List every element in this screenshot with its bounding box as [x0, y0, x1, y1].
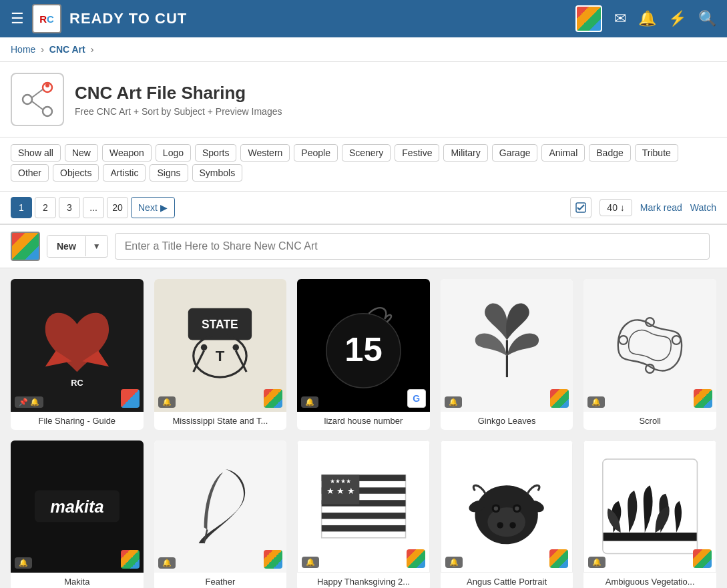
search-icon[interactable]: 🔍	[698, 10, 716, 27]
new-dropdown-btn[interactable]: ▼	[85, 236, 107, 256]
page-1-btn[interactable]: 1	[11, 197, 32, 218]
grid-thumb-4: 🔔	[441, 279, 573, 412]
filter-artistic[interactable]: Artistic	[103, 164, 146, 182]
bell-icon[interactable]: 🔔	[638, 10, 656, 27]
new-button[interactable]: New	[47, 236, 85, 257]
grid-item-vegetation[interactable]: 🔔 Ambiguous Vegetatio...	[583, 440, 716, 588]
grid-thumb-10: 🔔	[583, 440, 716, 573]
grid-label-2: Mississippi State and T...	[154, 412, 287, 430]
grid-item-mississippi[interactable]: STATE T 🔔 Mississippi State and T...	[154, 279, 287, 430]
svg-point-5	[45, 83, 49, 87]
grid-section: RC 📌 🔔 File Sharing - Guide STATE T	[0, 268, 727, 588]
svg-text:15: 15	[344, 330, 383, 368]
scroll-svg	[597, 292, 703, 398]
filter-logo[interactable]: Logo	[156, 144, 191, 162]
page-2-btn[interactable]: 2	[35, 197, 56, 218]
page-3-btn[interactable]: 3	[59, 197, 80, 218]
makita-svg: makita	[24, 453, 130, 559]
filter-new[interactable]: New	[65, 144, 98, 162]
filter-symbols[interactable]: Symbols	[192, 164, 243, 182]
filter-western[interactable]: Western	[240, 144, 290, 162]
user-avatar[interactable]	[575, 5, 602, 32]
page-ellipsis-btn[interactable]: ...	[83, 197, 104, 218]
grid-thumb-9: 🔔	[441, 440, 573, 573]
angus-svg	[454, 454, 559, 559]
bell-badge-4: 🔔	[445, 396, 462, 408]
page-20-btn[interactable]: 20	[107, 197, 128, 218]
bell-badge-7: 🔔	[158, 557, 176, 569]
filter-badge[interactable]: Badge	[589, 144, 630, 162]
site-name: Ready To Cut	[69, 10, 187, 27]
thumb-overlay-10: 🔔	[588, 557, 605, 568]
filter-show-all[interactable]: Show all	[11, 144, 61, 162]
pagination-right: 40 ↓ Mark read Watch	[570, 197, 716, 218]
grid-item-lizard[interactable]: 15 🔔 G lizard house number	[297, 279, 430, 430]
header-right: ✉ 🔔 ⚡ 🔍	[575, 5, 716, 32]
filter-objects[interactable]: Objects	[53, 164, 99, 182]
svg-point-37	[510, 522, 516, 528]
grid-thumb-8: ★ ★ ★ ★★★★ 🔔	[297, 440, 430, 573]
check-icon	[575, 202, 586, 213]
pagination-row: 1 2 3 ... 20 Next ▶ 40 ↓ Mark read Watch	[0, 192, 727, 225]
filter-garage[interactable]: Garage	[492, 144, 538, 162]
filter-other[interactable]: Other	[11, 164, 49, 182]
svg-point-0	[23, 95, 32, 104]
image-grid: RC 📌 🔔 File Sharing - Guide STATE T	[11, 279, 716, 588]
next-page-btn[interactable]: Next ▶	[131, 197, 175, 218]
page-title-area: CNC Art File Sharing Free CNC Art + Sort…	[75, 83, 282, 117]
grid-item-makita[interactable]: makita 🔔 Makita	[11, 440, 144, 588]
filter-signs[interactable]: Signs	[150, 164, 188, 182]
bell-badge-5: 🔔	[587, 396, 605, 408]
svg-point-2	[43, 107, 52, 116]
grid-item-angus[interactable]: 🔔 Angus Cattle Portrait	[441, 440, 573, 588]
grid-item-ginkgo[interactable]: 🔔 Ginkgo Leaves	[441, 279, 573, 430]
brand-badge-si-4	[550, 389, 569, 408]
grid-label-4: Ginkgo Leaves	[441, 412, 573, 430]
grid-label-3: lizard house number	[297, 412, 430, 430]
brand-badge-g-3: G	[407, 389, 426, 408]
grid-item-scroll[interactable]: 🔔 Scroll	[583, 279, 716, 430]
filter-sports[interactable]: Sports	[195, 144, 236, 162]
svg-point-18	[620, 336, 628, 344]
filter-weapon[interactable]: Weapon	[102, 144, 152, 162]
filter-scenery[interactable]: Scenery	[342, 144, 391, 162]
grid-item-thanksgiving[interactable]: ★ ★ ★ ★★★★ 🔔 Happy Thanksgiving 2...	[297, 440, 430, 588]
title-input[interactable]	[115, 233, 710, 260]
grid-label-7: Feather	[154, 573, 287, 588]
page-subtitle: Free CNC Art + Sort by Subject + Preview…	[75, 106, 282, 117]
breadcrumb-home[interactable]: Home	[11, 44, 35, 55]
grid-thumb-3: 15 🔔 G	[297, 279, 430, 412]
new-btn-group: New ▼	[47, 235, 108, 258]
breadcrumb-parent[interactable]: CNC Art	[49, 44, 85, 55]
bell-badge-10: 🔔	[588, 557, 605, 568]
thumb-overlay-4: 🔔	[445, 396, 462, 408]
filter-tribute[interactable]: Tribute	[635, 144, 678, 162]
filter-military[interactable]: Military	[443, 144, 487, 162]
bell-badge-9: 🔔	[445, 557, 463, 568]
sharing-icon	[17, 79, 57, 119]
flash-icon[interactable]: ⚡	[668, 10, 686, 27]
grid-label-5: Scroll	[583, 412, 716, 430]
page-icon-box	[11, 73, 64, 126]
brand-badge-si-5	[694, 389, 712, 408]
filter-people[interactable]: People	[294, 144, 338, 162]
brand-badge-si-8	[407, 549, 425, 568]
count-btn[interactable]: 40 ↓	[599, 199, 632, 216]
svg-line-3	[32, 89, 43, 97]
hamburger-icon[interactable]: ☰	[11, 10, 24, 27]
svg-rect-30	[322, 525, 406, 531]
grid-item-feather[interactable]: 🔔 Feather	[154, 440, 287, 588]
grid-thumb-1: RC 📌 🔔	[11, 279, 144, 412]
mail-icon[interactable]: ✉	[614, 10, 626, 27]
watch-link[interactable]: Watch	[690, 202, 716, 213]
filter-festive[interactable]: Festive	[395, 144, 439, 162]
pagination-left: 1 2 3 ... 20 Next ▶	[11, 197, 175, 218]
mark-read-link[interactable]: Mark read	[640, 202, 682, 213]
grid-thumb-2: STATE T 🔔	[154, 279, 287, 412]
svg-point-14	[233, 344, 240, 351]
svg-point-40	[494, 507, 498, 511]
check-icon-btn[interactable]	[570, 197, 591, 218]
grid-item-file-sharing[interactable]: RC 📌 🔔 File Sharing - Guide	[11, 279, 144, 430]
filter-animal[interactable]: Animal	[541, 144, 585, 162]
thumb-overlay-8: 🔔	[302, 557, 319, 568]
